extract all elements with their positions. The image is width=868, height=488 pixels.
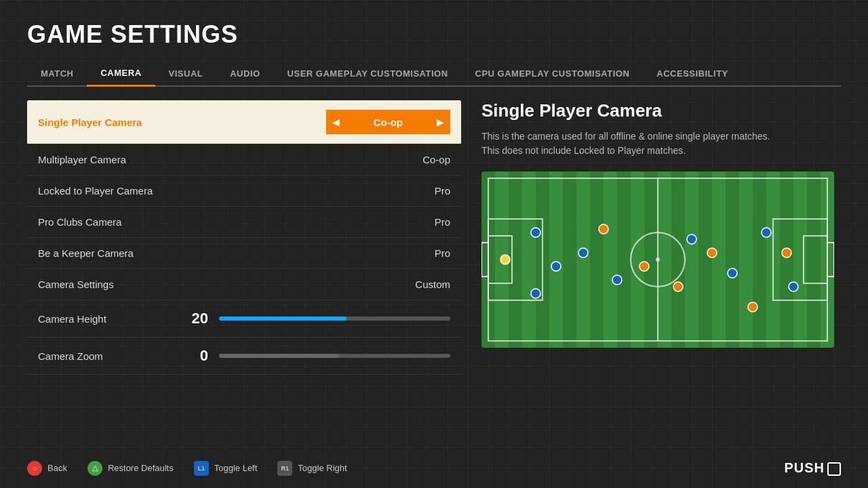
- setting-single-player-camera[interactable]: Single Player Camera ◀ Co-op ▶: [27, 100, 461, 144]
- setting-label-keeper: Be a Keeper Camera: [38, 247, 134, 259]
- detail-description: This is the camera used for all offline …: [481, 129, 841, 158]
- page-title: GAME SETTINGS: [27, 20, 841, 49]
- tab-cpu-gameplay[interactable]: CPU GAMEPLAY CUSTOMISATION: [462, 63, 644, 85]
- tab-match[interactable]: MATCH: [27, 63, 87, 85]
- slider-row-camera-zoom: Camera Zoom 0: [27, 338, 461, 375]
- svg-point-14: [578, 248, 588, 258]
- setting-value-keeper: Pro: [435, 247, 450, 259]
- settings-panel: Single Player Camera ◀ Co-op ▶ Multiplay…: [27, 100, 461, 466]
- setting-camera-settings[interactable]: Camera Settings Custom: [27, 269, 461, 300]
- slider-track-height[interactable]: [219, 317, 450, 321]
- detail-title: Single Player Camera: [481, 100, 841, 121]
- setting-pro-clubs-camera[interactable]: Pro Clubs Camera Pro: [27, 207, 461, 238]
- svg-point-16: [687, 235, 696, 244]
- tab-camera[interactable]: CAMERA: [87, 62, 155, 87]
- slider-fill-height: [219, 317, 347, 321]
- slider-value-zoom: 0: [184, 347, 208, 365]
- slider-value-height: 20: [184, 310, 208, 327]
- setting-label-single-player: Single Player Camera: [38, 117, 142, 128]
- svg-point-26: [748, 302, 757, 312]
- slider-fill-zoom: [219, 354, 339, 358]
- svg-point-23: [673, 282, 683, 291]
- value-display-single-player: Co-op: [347, 110, 430, 134]
- setting-value-locked-player: Pro: [435, 185, 450, 197]
- arrow-left-single-player[interactable]: ◀: [326, 110, 347, 134]
- setting-value-pro-clubs: Pro: [435, 216, 450, 228]
- slider-row-camera-height: Camera Height 20: [27, 300, 461, 338]
- soccer-field-svg: [481, 171, 834, 348]
- setting-keeper-camera[interactable]: Be a Keeper Camera Pro: [27, 238, 461, 269]
- svg-point-6: [656, 258, 660, 262]
- slider-label-zoom: Camera Zoom: [38, 350, 174, 362]
- setting-label-multiplayer: Multiplayer Camera: [38, 154, 126, 165]
- arrow-right-single-player[interactable]: ▶: [430, 110, 450, 134]
- setting-label-locked-player: Locked to Player Camera: [38, 185, 153, 197]
- svg-point-15: [612, 275, 622, 285]
- svg-point-24: [707, 248, 717, 258]
- setting-multiplayer-camera[interactable]: Multiplayer Camera Co-op: [27, 144, 461, 176]
- svg-point-21: [789, 282, 798, 291]
- setting-label-camera-settings: Camera Settings: [38, 279, 114, 290]
- setting-value-camera-settings: Custom: [415, 279, 450, 290]
- slider-label-height: Camera Height: [38, 313, 174, 325]
- value-selector-single-player[interactable]: ◀ Co-op ▶: [326, 110, 450, 134]
- tab-audio[interactable]: AUDIO: [216, 63, 273, 85]
- svg-point-20: [531, 228, 540, 237]
- svg-point-19: [551, 262, 561, 271]
- setting-value-multiplayer: Co-op: [422, 154, 450, 165]
- svg-point-17: [728, 268, 737, 278]
- tab-accessibility[interactable]: ACCESSIBILITY: [643, 63, 741, 85]
- svg-point-18: [762, 228, 771, 237]
- svg-point-28: [500, 255, 510, 264]
- slider-track-zoom[interactable]: [219, 354, 450, 358]
- svg-point-22: [639, 262, 649, 271]
- tab-navigation: MATCH CAMERA VISUAL AUDIO USER GAMEPLAY …: [27, 62, 841, 87]
- setting-locked-player-camera[interactable]: Locked to Player Camera Pro: [27, 176, 461, 207]
- tab-visual[interactable]: VISUAL: [155, 63, 217, 85]
- setting-label-pro-clubs: Pro Clubs Camera: [38, 216, 121, 228]
- svg-point-25: [599, 224, 608, 234]
- svg-point-13: [531, 289, 540, 298]
- svg-point-27: [782, 248, 791, 258]
- detail-panel: Single Player Camera This is the camera …: [481, 100, 841, 466]
- tab-user-gameplay[interactable]: USER GAMEPLAY CUSTOMISATION: [274, 63, 462, 85]
- field-preview: [481, 171, 834, 348]
